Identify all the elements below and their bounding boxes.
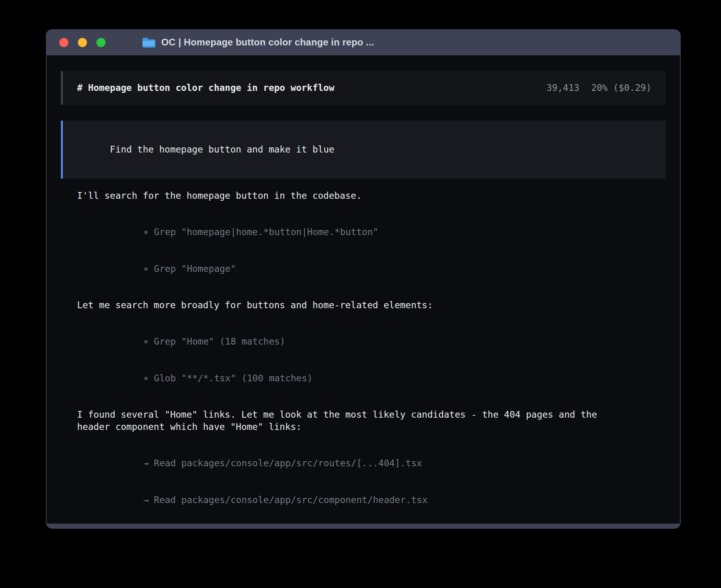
session-header: # Homepage button color change in repo w… [61,71,666,105]
tool-call-grep: ∗Grep "Homepage" [77,251,664,287]
tool-call-grep: ∗Grep "homepage|home.*button|Home.*butto… [77,214,664,251]
session-title: # Homepage button color change in repo w… [77,82,334,94]
tool-asterisk-icon: ∗ [143,373,149,383]
traffic-lights [59,38,106,47]
assistant-text: I'll search for the homepage button in t… [77,190,664,202]
assistant-text: header component which have "Home" links… [77,421,664,433]
titlebar-title-group: OC | Homepage button color change in rep… [142,37,374,48]
user-message: Find the homepage button and make it blu… [61,121,666,179]
tool-call-glob: ∗Glob "**/*.tsx" (100 matches) [77,360,664,397]
tool-asterisk-icon: ∗ [143,227,149,237]
context-usage: 20% ($0.29) [591,82,651,94]
assistant-text: I found several "Home" links. Let me loo… [77,409,664,421]
tool-call-read: →Read packages/console/app/src/routes/[.… [77,445,664,482]
arrow-right-icon: → [143,495,149,505]
folder-icon [142,37,155,48]
close-button[interactable] [59,38,68,47]
session-stats: 39,413 20% ($0.29) [547,82,651,94]
arrow-right-icon: → [143,458,149,468]
tool-call-read: →Read packages/console/app/src/component… [77,482,664,518]
terminal-content: # Homepage button color change in repo w… [47,55,680,524]
tool-asterisk-icon: ∗ [143,336,149,347]
tool-call-read: →Read packages/enterprise/src/routes/[..… [77,518,664,524]
assistant-transcript: I'll search for the homepage button in t… [47,179,680,524]
tool-asterisk-icon: ∗ [143,264,149,274]
token-count: 39,413 [547,82,579,94]
window-title: OC | Homepage button color change in rep… [161,37,374,48]
terminal-window: OC | Homepage button color change in rep… [46,29,681,529]
assistant-text: Let me search more broadly for buttons a… [77,299,664,311]
zoom-button[interactable] [96,38,106,47]
user-message-text: Find the homepage button and make it blu… [110,144,334,155]
tool-call-grep: ∗Grep "Home" (18 matches) [77,323,664,360]
window-titlebar[interactable]: OC | Homepage button color change in rep… [46,29,681,55]
minimize-button[interactable] [78,38,87,47]
